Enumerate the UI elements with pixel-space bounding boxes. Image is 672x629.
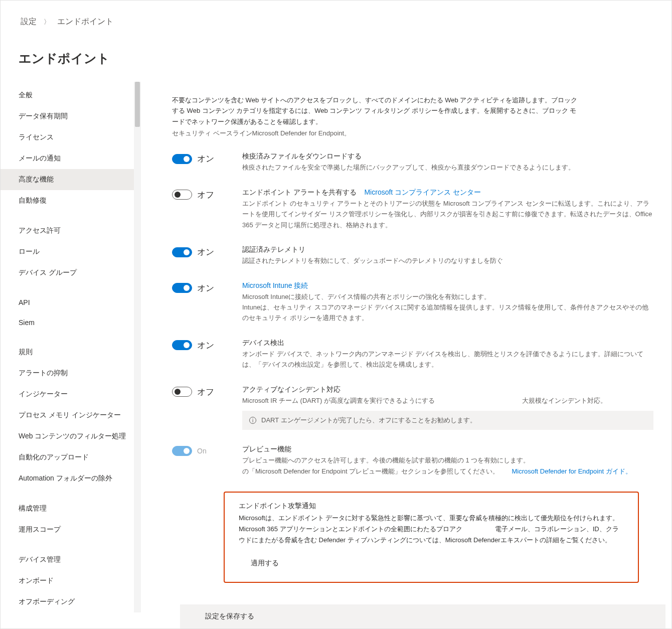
- sidebar-item-licenses[interactable]: ライセンス: [1, 127, 134, 148]
- toggle-label: オフ: [197, 386, 214, 398]
- setting-title: 認証済みテレメトリ: [242, 245, 653, 254]
- toggle-intune-connection[interactable]: [172, 283, 192, 293]
- setting-device-discovery: オン デバイス検出 オンボード デバイスで、ネットワーク内のアンマネージド デバ…: [172, 339, 656, 370]
- defender-guide-link[interactable]: Microsoft Defender for Endpoint ガイド。: [512, 467, 631, 475]
- sidebar-item-auto-remediation[interactable]: 自動修復: [1, 190, 134, 211]
- setting-download-quarantined: オン 検疫済みファイルをダウンロードする 検疫されたファイルを安全で準拠した場所…: [172, 152, 656, 173]
- baseline-text: セキュリティ ベースラインMicrosoft Defender for Endp…: [172, 129, 656, 138]
- apply-button[interactable]: 適用する: [248, 557, 282, 570]
- bottom-bar: 設定を保存する: [180, 604, 665, 628]
- setting-title: プレビュー機能: [242, 445, 653, 454]
- toggle-share-alerts[interactable]: [172, 190, 192, 200]
- banner-text: DART エンゲージメントが完了したら、オフにすることをお勧めします。: [261, 416, 476, 425]
- sidebar-item-onboarding[interactable]: オンボード: [1, 570, 134, 591]
- toggle-label: オフ: [197, 189, 214, 201]
- sidebar-item-siem[interactable]: Siem: [1, 312, 134, 333]
- breadcrumb: 設定 〉 エンドポイント: [1, 1, 671, 36]
- toggle-label: オン: [197, 282, 214, 294]
- sidebar-header-api[interactable]: API: [1, 292, 134, 312]
- scrollbar[interactable]: [134, 82, 141, 612]
- setting-active-incident: オフ アクティブなインシデント対応 Microsoft IR チーム (DART…: [172, 385, 656, 430]
- sidebar-item-alert-suppression[interactable]: アラートの抑制: [1, 363, 134, 384]
- sidebar-item-process-memory-indicators[interactable]: プロセス メモリ インジケーター: [1, 405, 134, 426]
- sidebar-header-rules[interactable]: 規則: [1, 342, 134, 363]
- setting-desc: Microsoft Intuneに接続して、デバイス情報の共有とポリシーの強化を…: [242, 291, 653, 324]
- page-title: エンドポイント: [1, 36, 671, 82]
- setting-auth-telemetry: オン 認証済みテレメトリ 認証されたテレメトリを有効にして、ダッシュボードへのテ…: [172, 245, 656, 266]
- sidebar-item-indicators[interactable]: インジケーター: [1, 384, 134, 405]
- title-text: エンドポイント アラートを共有する: [242, 188, 357, 196]
- toggle-download-quarantined[interactable]: [172, 154, 192, 164]
- sidebar-header-config-management[interactable]: 構成管理: [1, 498, 134, 519]
- compliance-center-link[interactable]: Microsoft コンプライアンス センター: [364, 188, 481, 196]
- setting-preview-features: On プレビュー機能 プレビュー機能へのアクセスを許可します。今後の機能を試す最…: [172, 445, 656, 477]
- info-icon: i: [249, 417, 256, 424]
- sidebar-item-roles[interactable]: ロール: [1, 241, 134, 262]
- toggle-label: オン: [197, 246, 214, 258]
- attack-notification-highlight: エンドポイント攻撃通知 Microsoftは、エンドポイント データに対する緊急…: [224, 492, 639, 583]
- toggle-auth-telemetry[interactable]: [172, 247, 192, 257]
- toggle-label: オン: [197, 153, 214, 165]
- setting-desc: 認証されたテレメトリを有効にして、ダッシュボードへのテレメトリのなりすましを防ぐ: [242, 255, 653, 266]
- setting-share-alerts: オフ エンドポイント アラートを共有する Microsoft コンプライアンス …: [172, 188, 656, 230]
- toggle-preview-features: [172, 446, 192, 456]
- sidebar-item-data-retention[interactable]: データ保有期間: [1, 106, 134, 127]
- save-settings-button[interactable]: 設定を保存する: [200, 609, 259, 624]
- intro-text: 不要なコンテンツを含む Web サイトへのアクセスをブロックし、すべてのドメイン…: [172, 95, 581, 127]
- setting-title[interactable]: Microsoft Intune 接続: [242, 281, 653, 290]
- toggle-device-discovery[interactable]: [172, 340, 192, 350]
- sidebar-item-advanced-features[interactable]: 高度な機能: [1, 169, 134, 190]
- attack-notice-desc: Microsoftは、エンドポイント データに対する緊急性と影響に基づいて、重要…: [239, 513, 624, 546]
- toggle-active-incident[interactable]: [172, 387, 192, 397]
- info-banner: i DART エンゲージメントが完了したら、オフにすることをお勧めします。: [242, 411, 653, 430]
- setting-title: 検疫済みファイルをダウンロードする: [242, 152, 653, 161]
- sidebar-item-automation-upload[interactable]: 自動化のアップロード: [1, 447, 134, 468]
- sidebar-item-web-content-filtering[interactable]: Web コンテンツのフィルター処理: [1, 426, 134, 447]
- sidebar: 全般 データ保有期間 ライセンス メールの通知 高度な機能 自動修復 アクセス許…: [1, 82, 134, 612]
- breadcrumb-root[interactable]: 設定: [21, 17, 37, 27]
- setting-title: エンドポイント アラートを共有する Microsoft コンプライアンス センタ…: [242, 188, 653, 197]
- sidebar-item-enforcement-scope[interactable]: 運用スコープ: [1, 519, 134, 540]
- sidebar-item-device-groups[interactable]: デバイス グループ: [1, 262, 134, 283]
- setting-desc2: の「Microsoft Defender for Endpoint プレビュー機…: [242, 466, 653, 477]
- toggle-label: On: [197, 447, 207, 455]
- sidebar-item-email-notifications[interactable]: メールの通知: [1, 148, 134, 169]
- setting-desc: 検疫されたファイルを安全で準拠した場所にバックアップして、検疫から直接ダウンロー…: [242, 162, 653, 173]
- setting-desc: エンドポイント のセキュリティ アラートとそのトリアージの状態を Microso…: [242, 198, 653, 230]
- sidebar-item-automation-folder-exclusions[interactable]: Automation フォルダーの除外: [1, 468, 134, 489]
- setting-desc: プレビュー機能へのアクセスを許可します。今後の機能を試す最初の機能の 1 つを有…: [242, 455, 653, 465]
- desc-left: Microsoft IR チーム (DART) が高度な調査を実行できるようにす…: [242, 397, 435, 404]
- desc2-text: の「Microsoft Defender for Endpoint プレビュー機…: [242, 467, 499, 475]
- breadcrumb-current: エンドポイント: [57, 17, 113, 27]
- setting-desc: オンボード デバイスで、ネットワーク内のアンマネージド デバイスを検出し、脆弱性…: [242, 349, 653, 370]
- sidebar-item-offboarding[interactable]: オフボーディング: [1, 591, 134, 612]
- toggle-label: オン: [197, 340, 214, 351]
- setting-intune-connection: オン Microsoft Intune 接続 Microsoft Intuneに…: [172, 281, 656, 324]
- desc-right: 大規模なインシデント対応。: [522, 395, 607, 406]
- content: 不要なコンテンツを含む Web サイトへのアクセスをブロックし、すべてのドメイン…: [141, 82, 671, 612]
- sidebar-header-permissions[interactable]: アクセス許可: [1, 220, 134, 241]
- setting-desc: Microsoft IR チーム (DART) が高度な調査を実行できるようにす…: [242, 395, 653, 406]
- chevron-right-icon: 〉: [44, 18, 50, 27]
- attack-notice-title: エンドポイント攻撃通知: [239, 502, 624, 511]
- setting-title: アクティブなインシデント対応: [242, 385, 653, 394]
- sidebar-header-general[interactable]: 全般: [1, 85, 134, 106]
- setting-title: デバイス検出: [242, 339, 653, 348]
- scroll-thumb[interactable]: [135, 82, 140, 127]
- sidebar-header-device-management[interactable]: デバイス管理: [1, 549, 134, 570]
